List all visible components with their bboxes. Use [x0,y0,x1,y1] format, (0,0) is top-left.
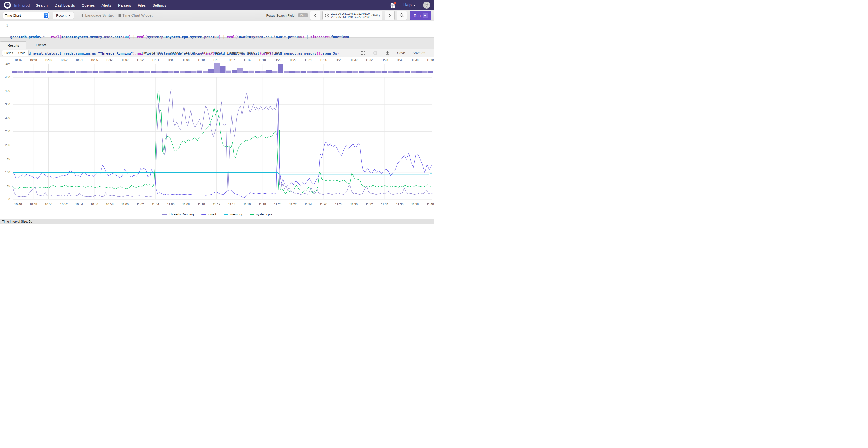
help-menu[interactable]: Help [403,3,416,7]
svg-text:11:24: 11:24 [305,203,312,206]
select-stepper-icon [44,13,49,18]
style-button[interactable]: Style [15,50,28,56]
svg-text:11:26: 11:26 [320,59,327,62]
svg-text:11:14: 11:14 [228,203,236,206]
run-button[interactable]: Run ↵ [410,10,432,20]
doc-link-time-chart-widget[interactable]: Time Chart Widget [118,13,152,17]
recent-label: Recent [56,13,66,17]
svg-text:11:34: 11:34 [381,203,388,206]
time-back-button[interactable] [310,10,320,20]
nav-item-alerts[interactable]: Alerts [101,3,111,7]
svg-text:11:04: 11:04 [152,203,159,206]
svg-text:10:54: 10:54 [75,59,83,62]
query-line-1: @host=db-prod05.* | eval(mempct=system.m… [10,34,349,40]
svg-text:11:36: 11:36 [396,203,403,206]
legend-label: memory [230,212,242,216]
svg-text:11:40: 11:40 [427,59,434,62]
svg-text:11:36: 11:36 [396,59,403,62]
svg-text:11:32: 11:32 [366,59,373,62]
save-as-button[interactable]: Save as... [409,51,432,55]
svg-text:11:08: 11:08 [183,59,190,62]
stop-query-button [369,51,381,56]
svg-text:11:12: 11:12 [213,203,220,206]
nav-items: SearchDashboardsQueriesAlertsParsersFile… [36,3,166,7]
time-range-picker[interactable]: 2019-06-06T10:45:17.322+02:00 2019-06-06… [322,10,382,20]
bookmark-icon [81,13,84,17]
query-editor[interactable]: 1 @host=db-prod05.* | eval(mempct=system… [0,21,434,38]
svg-text:350: 350 [5,103,10,106]
time-range-to: 2019-06-06T11:40:17.322+02:00 [331,15,370,19]
svg-text:11:30: 11:30 [350,203,358,206]
nav-item-dashboards[interactable]: Dashboards [55,3,75,7]
svg-text:150: 150 [5,157,10,161]
legend-swatch [202,214,206,215]
legend-item-systemcpu[interactable]: systemcpu [250,212,272,216]
svg-text:10:48: 10:48 [30,59,37,62]
nav-item-queries[interactable]: Queries [82,3,95,7]
svg-text:11:30: 11:30 [351,59,358,62]
svg-text:100: 100 [5,171,10,174]
svg-text:11:18: 11:18 [259,59,266,62]
zoom-out-button[interactable] [397,10,407,20]
timechart[interactable]: 05010015020025030035040045010:4610:4810:… [0,73,434,209]
svg-text:10:58: 10:58 [106,59,113,62]
fields-style-buttons: FieldsStyle [2,50,29,56]
svg-text:11:00: 11:00 [122,59,129,62]
legend-label: Threads Running [169,212,194,216]
doc-link-language-syntax[interactable]: Language Syntax [81,13,114,17]
svg-text:11:20: 11:20 [274,59,281,62]
legend-item-threads-running[interactable]: Threads Running [162,212,194,216]
svg-text:11:40: 11:40 [427,203,434,206]
svg-text:300: 300 [5,116,10,119]
user-avatar[interactable] [423,1,431,9]
fields-button[interactable]: Fields [2,50,15,56]
recent-queries-button[interactable]: Recent [53,12,74,19]
chevron-down-icon [68,15,70,16]
svg-text:50: 50 [7,184,10,187]
svg-text:200: 200 [5,143,10,147]
focus-search-label: Focus Search Field [266,13,294,17]
top-navbar: fmk_prod SearchDashboardsQueriesAlertsPa… [0,0,434,10]
legend-item-memory[interactable]: memory [224,212,242,216]
nav-item-search[interactable]: Search [36,3,48,7]
widget-type-select[interactable]: Time Chart [2,12,49,19]
export-download-button[interactable] [382,51,393,55]
svg-text:10:46: 10:46 [14,59,22,62]
tab-events[interactable]: Events [26,41,56,49]
tab-results[interactable]: Results [0,41,26,49]
time-range-from: 2019-06-06T10:45:17.322+02:00 [331,12,370,15]
time-forward-button[interactable] [384,10,395,20]
nav-item-files[interactable]: Files [138,3,146,7]
toolbar-right: Focus Search Field Ctrl-/ 2019-06-06T10:… [266,10,432,20]
legend-label: iowait [208,212,216,216]
nav-item-settings[interactable]: Settings [152,3,166,7]
svg-text:10:50: 10:50 [45,59,52,62]
clock-icon [325,13,329,18]
svg-text:11:38: 11:38 [412,59,419,62]
legend-item-iowait[interactable]: iowait [202,212,216,216]
repository-name[interactable]: fmk_prod [14,3,30,7]
svg-text:11:28: 11:28 [335,203,342,206]
svg-text:11:02: 11:02 [136,59,144,62]
legend-swatch [250,214,254,215]
query-code[interactable]: @host=db-prod05.* | eval(mempct=system.m… [8,23,351,37]
status-bar: Time Interval Size: 5s [0,219,434,224]
svg-text:450: 450 [5,75,10,79]
svg-text:20k: 20k [5,62,10,65]
nav-item-parsers[interactable]: Parsers [118,3,131,7]
save-button[interactable]: Save [393,51,409,55]
svg-text:11:06: 11:06 [167,59,174,62]
svg-text:11:00: 11:00 [121,203,129,206]
gift-icon[interactable] [390,2,396,8]
fullscreen-button[interactable] [358,51,369,55]
svg-text:10:48: 10:48 [30,203,37,206]
stat-status: Status : Done [258,51,285,55]
humio-logo-icon[interactable] [3,1,11,9]
widget-type-value: Time Chart [5,13,21,17]
bookmark-icon [118,13,121,17]
svg-text:11:28: 11:28 [335,59,342,62]
keyboard-shortcut-badge: Ctrl-/ [298,13,308,17]
help-label: Help [403,3,412,7]
svg-text:11:26: 11:26 [320,203,327,206]
run-label: Run [414,13,421,18]
